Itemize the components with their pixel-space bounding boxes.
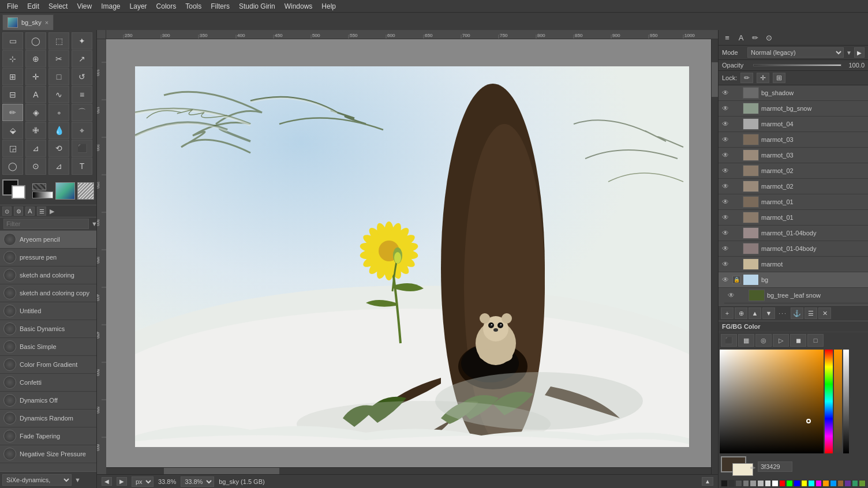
- brush-item[interactable]: Color From Gradient: [0, 356, 96, 374]
- layer-visibility-toggle[interactable]: 👁: [721, 228, 730, 238]
- menu-view[interactable]: View: [72, 1, 96, 12]
- layer-visibility-toggle[interactable]: 👁: [721, 135, 730, 144]
- scrollbar-vertical-thumb[interactable]: [712, 62, 718, 97]
- palette-color-swatch[interactable]: [859, 480, 866, 487]
- hex-value-input[interactable]: 3f3429: [758, 461, 792, 472]
- layer-down-btn[interactable]: ▼: [762, 307, 775, 319]
- color-alpha-strip[interactable]: [834, 350, 842, 453]
- dynamics-select[interactable]: SiXe-dynamics,: [2, 474, 72, 486]
- menu-windows[interactable]: Windows: [280, 1, 317, 12]
- palette-color-swatch[interactable]: [794, 480, 800, 487]
- layer-item[interactable]: 👁 marmot_01: [719, 210, 868, 226]
- layer-item[interactable]: 👁 marmot: [719, 257, 868, 272]
- layer-item[interactable]: 👁 marmot_02: [719, 163, 868, 179]
- tool-warptransform[interactable]: ⟲: [48, 140, 69, 157]
- mode-dropdown-icon[interactable]: ▼: [846, 50, 852, 56]
- scrollbar-vertical[interactable]: [711, 39, 718, 474]
- layer-anchor-btn[interactable]: ⚓: [791, 307, 803, 319]
- brush-item[interactable]: Dynamics Off: [0, 392, 96, 410]
- layer-visibility-toggle[interactable]: 👁: [721, 166, 730, 175]
- menu-studio-girin[interactable]: Studio Girin: [234, 1, 280, 12]
- menu-tools[interactable]: Tools: [181, 1, 206, 12]
- tool-mybrush[interactable]: ⬙: [2, 122, 23, 139]
- layer-item[interactable]: 👁 marmot_01-04body: [719, 226, 868, 241]
- layer-up-btn[interactable]: ▲: [749, 307, 761, 319]
- layer-item[interactable]: 👁 marmot_03: [719, 132, 868, 148]
- palette-color-swatch[interactable]: [743, 480, 750, 487]
- layer-item[interactable]: 👁 marmot_01-04body: [719, 241, 868, 257]
- tool-pencil[interactable]: ◈: [25, 104, 46, 121]
- palette-color-swatch[interactable]: [815, 480, 822, 487]
- layer-visibility-toggle[interactable]: 👁: [721, 213, 730, 222]
- layer-new-btn[interactable]: +: [721, 307, 734, 319]
- layer-visibility-toggle[interactable]: 👁: [727, 291, 736, 300]
- layer-item[interactable]: 👁 🔒 bg: [719, 272, 868, 288]
- tool-panel-expand[interactable]: ▶: [48, 207, 55, 216]
- tool-gradient[interactable]: ◯: [2, 157, 23, 175]
- scrollbar-horizontal-thumb[interactable]: [164, 468, 279, 474]
- lock-expand-btn[interactable]: ▶: [854, 47, 865, 58]
- layer-delete-btn[interactable]: ✕: [818, 307, 831, 319]
- tool-align[interactable]: ⊞: [2, 68, 23, 85]
- palette-color-swatch[interactable]: [750, 480, 757, 487]
- palette-color-swatch[interactable]: [757, 480, 764, 487]
- palette-color-swatch[interactable]: [779, 480, 786, 487]
- opacity-slider[interactable]: [753, 64, 841, 66]
- mode-select[interactable]: Normal (legacy): [747, 47, 844, 58]
- layer-visibility-toggle[interactable]: 👁: [721, 88, 730, 97]
- tool-ellipse-select[interactable]: ◯: [25, 32, 46, 50]
- tool-move[interactable]: ✛: [25, 68, 46, 85]
- statusbar-prev-btn[interactable]: ◀: [102, 477, 112, 486]
- palette-color-swatch[interactable]: [721, 480, 728, 487]
- rt-layers-btn[interactable]: ≡: [721, 31, 734, 44]
- rt-config-btn[interactable]: ⊙: [762, 31, 775, 44]
- tool-shear[interactable]: A: [25, 86, 46, 103]
- tool-presets-btn[interactable]: ⊙: [2, 207, 12, 216]
- tool-heal[interactable]: ✙: [25, 122, 46, 139]
- brush-item[interactable]: Negative Size Pressure: [0, 445, 96, 463]
- scrollbar-horizontal[interactable]: [106, 467, 711, 474]
- layer-item[interactable]: 👁 marmot_01: [719, 194, 868, 210]
- tool-erase[interactable]: ⊿: [25, 140, 46, 157]
- tool-dodge[interactable]: ◲: [2, 140, 23, 157]
- pattern-thumbnail-swatch[interactable]: [77, 182, 94, 200]
- palette-color-swatch[interactable]: [808, 480, 815, 487]
- layer-item[interactable]: 👁 marmot_02: [719, 179, 868, 194]
- lock-position-btn[interactable]: ✛: [757, 73, 769, 83]
- brush-item[interactable]: sketch and coloring copy: [0, 284, 96, 302]
- color-hue-strip[interactable]: [825, 350, 833, 453]
- fgbg-tab-fill[interactable]: ◼: [790, 334, 806, 347]
- palette-color-swatch[interactable]: [822, 480, 829, 487]
- layer-duplicate-btn[interactable]: ⊕: [735, 307, 747, 319]
- brush-item[interactable]: Confetti: [0, 374, 96, 392]
- tool-rotate[interactable]: ↺: [72, 68, 92, 85]
- canvas-drawing-area[interactable]: [106, 39, 718, 474]
- tool-flip[interactable]: ≡: [72, 86, 92, 103]
- tool-measure[interactable]: ⊿: [48, 157, 69, 175]
- color-gradient-box[interactable]: [720, 350, 824, 453]
- layer-visibility-toggle[interactable]: 👁: [721, 197, 730, 207]
- palette-color-swatch[interactable]: [765, 480, 772, 487]
- tool-paths[interactable]: ⊹: [2, 50, 23, 67]
- layer-visibility-toggle[interactable]: 👁: [721, 244, 730, 253]
- menu-edit[interactable]: Edit: [23, 1, 44, 12]
- dynamics-arrow[interactable]: ▼: [74, 476, 81, 483]
- menu-select[interactable]: Select: [44, 1, 72, 12]
- layer-item[interactable]: 👁 marmot_03: [719, 148, 868, 163]
- fgbg-tab-solid[interactable]: ⬛: [721, 334, 737, 347]
- tool-fill[interactable]: ⬛: [72, 140, 92, 157]
- brush-item[interactable]: Basic Simple: [0, 338, 96, 356]
- tab-close-icon[interactable]: ×: [45, 19, 48, 26]
- brush-item[interactable]: Dynamics Random: [0, 410, 96, 427]
- menu-help[interactable]: Help: [317, 1, 341, 12]
- layer-visibility-toggle[interactable]: 👁: [721, 275, 730, 284]
- lock-pixels-btn[interactable]: ✏: [740, 73, 753, 83]
- palette-color-swatch[interactable]: [786, 480, 793, 487]
- menu-layer[interactable]: Layer: [125, 1, 152, 12]
- tool-paintbrush[interactable]: ✏: [2, 104, 23, 121]
- tool-airbrush[interactable]: ∘: [48, 104, 69, 121]
- layer-visibility-toggle[interactable]: 👁: [721, 119, 730, 129]
- tool-scissors[interactable]: ✂: [48, 50, 69, 67]
- layer-visibility-toggle[interactable]: 👁: [721, 260, 730, 269]
- color-lightness-strip[interactable]: [843, 350, 849, 453]
